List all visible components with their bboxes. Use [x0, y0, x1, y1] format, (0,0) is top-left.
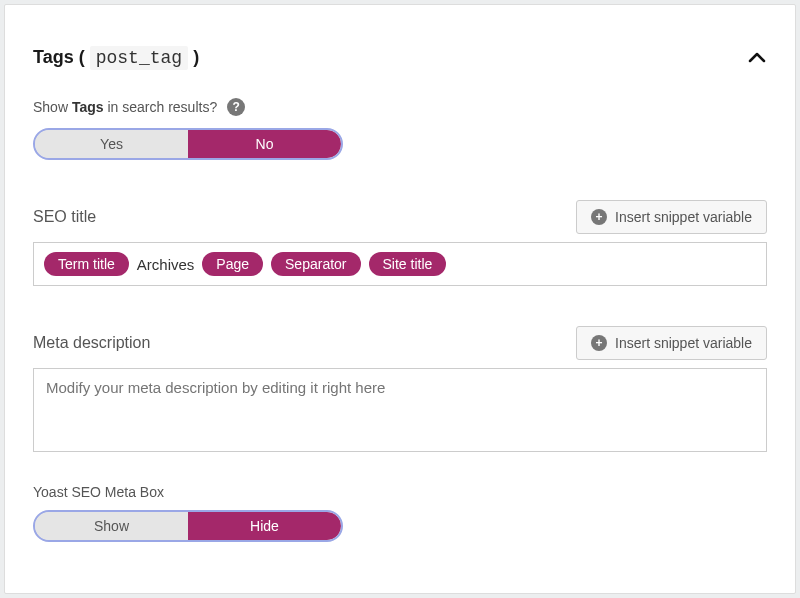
panel-header: Tags ( post_tag ) [33, 47, 767, 68]
insert-snippet-seo-title-label: Insert snippet variable [615, 209, 752, 225]
snippet-variable-chip[interactable]: Term title [44, 252, 129, 276]
snippet-variable-chip[interactable]: Site title [369, 252, 447, 276]
seo-title-head: SEO title + Insert snippet variable [33, 200, 767, 234]
metabox-toggle: Show Hide [33, 510, 343, 542]
seo-title-input[interactable]: Term titleArchivesPageSeparatorSite titl… [33, 242, 767, 286]
panel-title-text: Tags [33, 47, 74, 67]
insert-snippet-seo-title-button[interactable]: + Insert snippet variable [576, 200, 767, 234]
panel-title: Tags ( post_tag ) [33, 47, 199, 68]
meta-description-input[interactable] [33, 368, 767, 452]
show-label-bold: Tags [72, 99, 104, 115]
metabox-section: Yoast SEO Meta Box Show Hide [33, 484, 767, 542]
metabox-label: Yoast SEO Meta Box [33, 484, 767, 500]
panel-title-paren-close: ) [193, 47, 199, 67]
show-in-results-toggle: Yes No [33, 128, 343, 160]
panel-title-code: post_tag [90, 46, 188, 70]
plus-circle-icon: + [591, 335, 607, 351]
show-in-results-no[interactable]: No [188, 130, 341, 158]
help-icon[interactable]: ? [227, 98, 245, 116]
collapse-toggle[interactable] [747, 48, 767, 68]
chevron-up-icon [747, 48, 767, 68]
show-in-results-label: Show Tags in search results? ? [33, 98, 767, 116]
show-label-pre: Show [33, 99, 68, 115]
metabox-show[interactable]: Show [35, 512, 188, 540]
metabox-hide[interactable]: Hide [188, 512, 341, 540]
panel-title-paren-open: ( [79, 47, 85, 67]
meta-description-section: Meta description + Insert snippet variab… [33, 326, 767, 456]
meta-description-label: Meta description [33, 334, 150, 352]
meta-description-head: Meta description + Insert snippet variab… [33, 326, 767, 360]
insert-snippet-meta-button[interactable]: + Insert snippet variable [576, 326, 767, 360]
show-in-results-field: Show Tags in search results? ? Yes No [33, 98, 767, 160]
seo-title-label: SEO title [33, 208, 96, 226]
insert-snippet-meta-label: Insert snippet variable [615, 335, 752, 351]
snippet-variable-chip[interactable]: Separator [271, 252, 360, 276]
seo-title-section: SEO title + Insert snippet variable Term… [33, 200, 767, 286]
tags-settings-panel: Tags ( post_tag ) Show Tags in search re… [4, 4, 796, 594]
snippet-plain-text: Archives [137, 256, 195, 273]
show-label-post: in search results? [107, 99, 217, 115]
snippet-variable-chip[interactable]: Page [202, 252, 263, 276]
plus-circle-icon: + [591, 209, 607, 225]
show-in-results-yes[interactable]: Yes [35, 130, 188, 158]
